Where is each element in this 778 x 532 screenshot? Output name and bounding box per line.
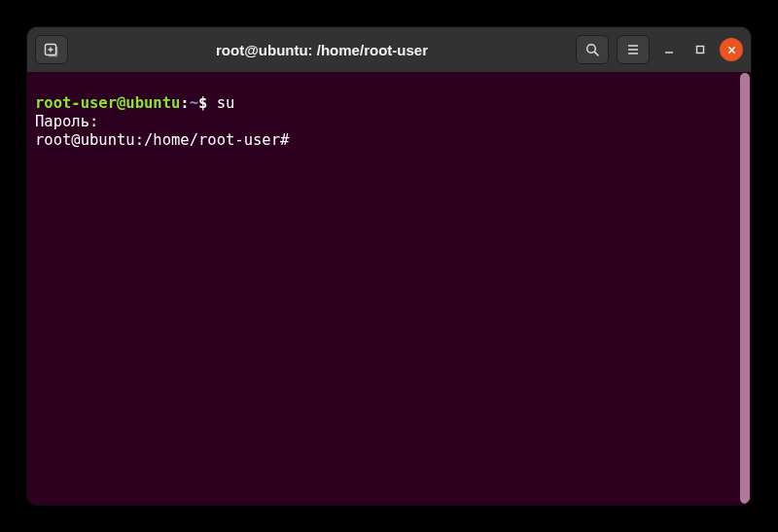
hamburger-icon — [625, 42, 641, 57]
maximize-icon — [695, 45, 705, 54]
maximize-button[interactable] — [689, 38, 712, 61]
terminal-window: root@ubuntu: /home/root-user — [27, 27, 751, 505]
command-text: su — [217, 94, 235, 112]
close-button[interactable] — [720, 38, 743, 61]
titlebar: root@ubuntu: /home/root-user — [27, 27, 751, 72]
prompt-symbol: $ — [198, 94, 217, 112]
prompt-colon: : — [180, 94, 189, 112]
close-icon — [727, 46, 736, 54]
prompt-user: root-user@ubuntu — [35, 94, 180, 112]
svg-rect-11 — [697, 47, 704, 53]
new-tab-icon — [44, 42, 59, 57]
search-button[interactable] — [576, 35, 609, 64]
scrollbar[interactable] — [740, 73, 750, 504]
window-title: root@ubuntu: /home/root-user — [76, 42, 568, 58]
minimize-icon — [664, 45, 674, 54]
menu-button[interactable] — [617, 35, 650, 64]
minimize-button[interactable] — [657, 38, 681, 61]
terminal-body[interactable]: root-user@ubuntu:~$ su Пароль: root@ubun… — [27, 72, 751, 505]
password-prompt: Пароль: — [35, 113, 98, 130]
search-icon — [584, 42, 600, 57]
svg-line-6 — [594, 52, 598, 55]
root-prompt: root@ubuntu:/home/root-user# — [35, 131, 299, 149]
new-tab-button[interactable] — [35, 35, 68, 64]
prompt-path: ~ — [190, 94, 198, 112]
